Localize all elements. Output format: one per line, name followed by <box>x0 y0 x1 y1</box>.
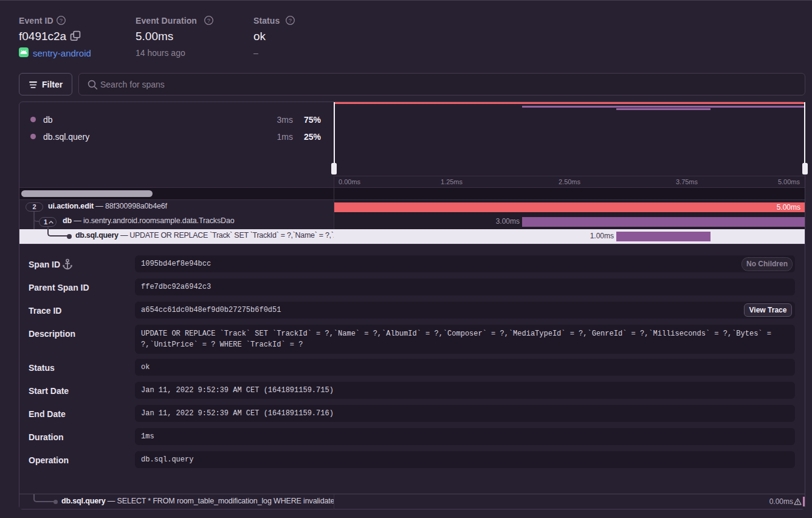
svg-text:?: ? <box>207 17 210 24</box>
svg-text:?: ? <box>289 17 292 24</box>
svg-text:?: ? <box>60 17 63 24</box>
